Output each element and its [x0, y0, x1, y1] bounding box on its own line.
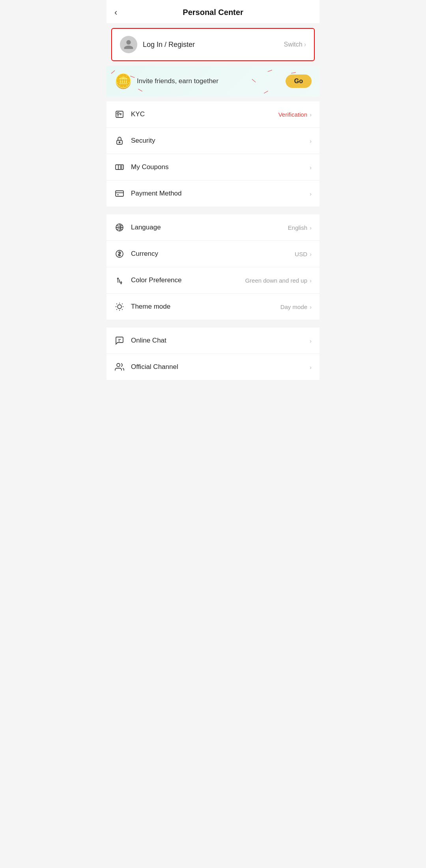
security-chevron-icon: › [310, 138, 312, 144]
svg-rect-10 [116, 191, 123, 196]
coupons-icon [114, 162, 125, 172]
color-preference-icon [114, 275, 125, 285]
currency-icon [114, 249, 125, 259]
page-title: Personal Center [183, 8, 243, 17]
language-value: English [288, 224, 307, 231]
kyc-value: Verification [278, 111, 307, 118]
login-register-row[interactable]: Log In / Register Switch › [111, 28, 315, 61]
menu-item-kyc[interactable]: KYC Verification › [106, 101, 320, 128]
divider-1 [106, 207, 320, 210]
menu-item-official-channel[interactable]: Official Channel › [106, 354, 320, 380]
banner-left: 🪙 Invite friends, earn together [114, 73, 219, 89]
section-preferences: Language English › Currency USD › [106, 214, 320, 320]
currency-chevron-icon: › [310, 251, 312, 257]
menu-item-online-chat[interactable]: Online Chat › [106, 328, 320, 354]
language-icon [114, 222, 125, 233]
login-text: Log In / Register [143, 41, 195, 49]
color-preference-value: Green down and red up [245, 277, 307, 284]
language-chevron-icon: › [310, 224, 312, 231]
payment-icon [114, 188, 125, 199]
online-chat-chevron-icon: › [310, 337, 312, 344]
kyc-chevron-icon: › [310, 111, 312, 118]
kyc-label: KYC [131, 110, 145, 118]
login-left: Log In / Register [120, 36, 195, 53]
theme-mode-value: Day mode [280, 304, 307, 310]
online-chat-icon [114, 335, 125, 346]
section-account: KYC Verification › Security › [106, 101, 320, 207]
theme-mode-label: Theme mode [131, 303, 170, 311]
official-channel-label: Official Channel [131, 363, 178, 371]
coupons-label: My Coupons [131, 163, 168, 171]
online-chat-label: Online Chat [131, 337, 166, 345]
svg-point-18 [118, 305, 121, 309]
menu-item-security[interactable]: Security › [106, 128, 320, 154]
go-button[interactable]: Go [286, 75, 312, 88]
chevron-right-icon: › [304, 41, 306, 48]
color-preference-chevron-icon: › [310, 277, 312, 284]
kyc-icon [114, 109, 125, 119]
security-label: Security [131, 137, 155, 145]
menu-item-payment-method[interactable]: Payment Method › [106, 181, 320, 207]
back-button[interactable]: ‹ [114, 7, 117, 18]
menu-item-my-coupons[interactable]: My Coupons › [106, 154, 320, 181]
svg-point-3 [119, 142, 120, 143]
svg-point-21 [117, 363, 120, 367]
header: ‹ Personal Center [106, 0, 320, 23]
currency-label: Currency [131, 250, 158, 258]
svg-point-1 [117, 113, 119, 115]
invite-banner[interactable]: — — — — — — — 🪙 Invite friends, earn tog… [106, 66, 320, 97]
security-icon [114, 136, 125, 146]
banner-text: Invite friends, earn together [137, 77, 219, 85]
switch-area[interactable]: Switch › [284, 41, 306, 48]
divider-2 [106, 320, 320, 323]
svg-rect-0 [116, 111, 123, 117]
payment-chevron-icon: › [310, 190, 312, 197]
official-channel-chevron-icon: › [310, 364, 312, 371]
user-icon [123, 39, 134, 50]
avatar-icon [120, 36, 137, 53]
switch-label: Switch [284, 41, 303, 48]
language-label: Language [131, 224, 161, 231]
official-channel-icon [114, 362, 125, 372]
menu-item-currency[interactable]: Currency USD › [106, 241, 320, 267]
payment-label: Payment Method [131, 190, 182, 197]
currency-value: USD [295, 251, 307, 257]
theme-mode-chevron-icon: › [310, 304, 312, 310]
color-preference-label: Color Preference [131, 276, 182, 284]
menu-item-color-preference[interactable]: Color Preference Green down and red up › [106, 267, 320, 294]
coin-icon: 🪙 [114, 73, 132, 89]
section-support: Online Chat › Official Channel › [106, 328, 320, 380]
theme-mode-icon [114, 302, 125, 312]
coupons-chevron-icon: › [310, 164, 312, 171]
menu-item-language[interactable]: Language English › [106, 214, 320, 241]
menu-item-theme-mode[interactable]: Theme mode Day mode › [106, 294, 320, 320]
